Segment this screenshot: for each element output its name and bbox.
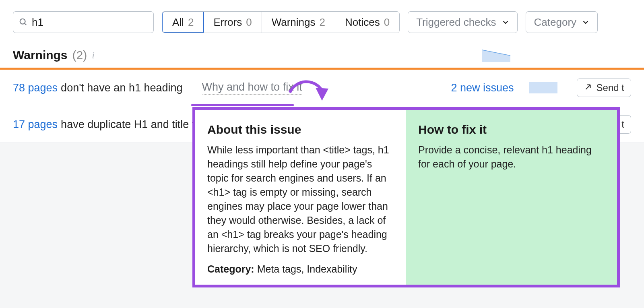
about-panel: About this issue While less important th…: [195, 110, 406, 285]
annotation-arrow: [282, 68, 334, 109]
search-input[interactable]: [32, 16, 163, 29]
about-body: While less important than <title> tags, …: [207, 143, 394, 256]
tab-label: Notices: [345, 16, 380, 29]
about-title: About this issue: [207, 123, 394, 136]
row-sparkline: [529, 82, 557, 93]
fix-title: How to fix it: [418, 123, 605, 136]
fix-panel: How to fix it Provide a concise, relevan…: [406, 110, 617, 285]
tab-label: Warnings: [272, 16, 316, 29]
tab-count: 2: [319, 16, 325, 29]
svg-marker-4: [482, 50, 510, 62]
issue-description: don't have an h1 heading: [61, 82, 182, 94]
issue-type-tabs: All 2 Errors 0 Warnings 2 Notices 0: [162, 11, 400, 33]
search-icon: [19, 18, 28, 27]
tab-notices[interactable]: Notices 0: [335, 12, 399, 33]
svg-point-0: [20, 19, 25, 24]
chevron-down-icon: [582, 19, 589, 26]
category-value: Meta tags, Indexability: [254, 263, 357, 275]
category-line: Category: Meta tags, Indexability: [207, 263, 394, 275]
trend-sparkline: [482, 48, 510, 62]
category-dropdown[interactable]: Category: [526, 11, 598, 33]
chevron-down-icon: [502, 19, 509, 26]
issue-pages-link[interactable]: 78 pages: [13, 82, 58, 94]
issue-pages-link[interactable]: 17 pages: [13, 118, 58, 131]
dropdown-label: Category: [534, 16, 577, 29]
tab-label: All: [172, 16, 184, 29]
tab-all[interactable]: All 2: [162, 11, 204, 33]
tab-count: 2: [188, 16, 194, 29]
tab-label: Errors: [213, 16, 242, 29]
dropdown-label: Triggered checks: [416, 16, 496, 29]
issue-details-popover: About this issue While less important th…: [192, 107, 620, 287]
tab-warnings[interactable]: Warnings 2: [262, 12, 335, 33]
tab-errors[interactable]: Errors 0: [204, 12, 262, 33]
info-icon[interactable]: i: [92, 50, 95, 61]
svg-line-1: [25, 23, 27, 25]
svg-marker-5: [316, 88, 328, 101]
annotation-underline: [191, 104, 294, 106]
tab-count: 0: [384, 16, 390, 29]
triggered-checks-dropdown[interactable]: Triggered checks: [408, 11, 517, 33]
section-title: Warnings: [13, 48, 68, 62]
new-issues-link[interactable]: 2 new issues: [451, 82, 514, 94]
section-count: (2): [72, 48, 87, 62]
warnings-section-header: Warnings (2) i: [0, 41, 644, 68]
send-arrow-icon: [584, 83, 592, 92]
send-label: Send t: [597, 82, 624, 93]
send-button[interactable]: Send t: [577, 79, 631, 97]
fix-body: Provide a concise, relevant h1 heading f…: [418, 143, 605, 171]
top-filter-bar: All 2 Errors 0 Warnings 2 Notices 0 Trig…: [0, 0, 644, 41]
tab-count: 0: [246, 16, 252, 29]
search-box[interactable]: [13, 11, 154, 33]
issue-description: have duplicate H1 and title ta: [61, 118, 201, 131]
category-label: Category:: [207, 263, 254, 275]
